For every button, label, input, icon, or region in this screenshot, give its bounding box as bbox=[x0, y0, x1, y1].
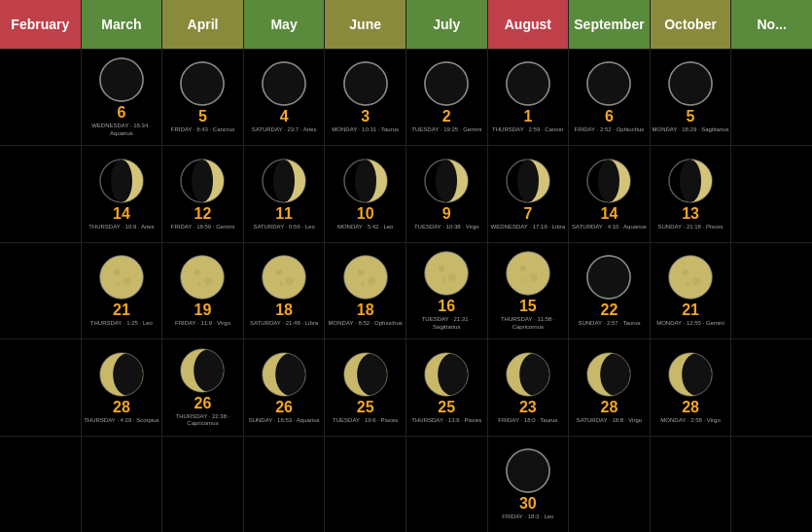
svg-point-84 bbox=[530, 273, 538, 281]
svg-point-111 bbox=[669, 256, 712, 299]
moon-cell: 19FRIDAY · 11:9 · Virgo bbox=[162, 242, 243, 338]
day-number: 25 bbox=[357, 400, 374, 415]
moon-cell: 28SATURDAY · 18:8 · Virgo bbox=[569, 338, 650, 435]
moon-cell: 4SATURDAY · 23:7 · Aries bbox=[244, 49, 325, 145]
moon-info: FRIDAY · 8:43 · Cancrus bbox=[171, 126, 234, 134]
svg-point-114 bbox=[686, 282, 689, 286]
moon-cell bbox=[731, 242, 812, 338]
moon-phase-image bbox=[342, 254, 389, 301]
day-number: 26 bbox=[275, 400, 293, 415]
moon-info: FRIDAY · 2:52 · Ophiuchus bbox=[575, 126, 645, 134]
month-col-july: July2TUESDAY · 19:25 · Gemini9TUESDAY · … bbox=[406, 0, 488, 532]
moon-cell: 21MONDAY · 12:55 · Gemini bbox=[651, 242, 731, 338]
day-number: 14 bbox=[113, 206, 130, 222]
moon-cell bbox=[82, 436, 162, 532]
month-header-no...: No... bbox=[731, 0, 812, 49]
moon-cell: 16TUESDAY · 21:31 · Sagittarius bbox=[406, 242, 487, 338]
svg-point-20 bbox=[192, 160, 213, 202]
moon-phase-image bbox=[342, 60, 389, 107]
svg-point-112 bbox=[683, 269, 688, 275]
svg-point-80 bbox=[517, 160, 539, 202]
moon-phase-image bbox=[261, 158, 307, 204]
moon-cell bbox=[325, 436, 406, 532]
moon-cell: 25TUESDAY · 19:6 · Pisces bbox=[325, 338, 406, 435]
moon-info: SATURDAY · 0:56 · Leo bbox=[253, 224, 314, 231]
month-col-april: April5FRIDAY · 8:43 · Cancrus12FRIDAY · … bbox=[162, 0, 244, 532]
moon-info: THURSDAY · 13:6 · Pisces bbox=[411, 417, 481, 425]
moon-info: TUESDAY · 10:38 · Virgo bbox=[414, 224, 479, 231]
moon-cell bbox=[731, 436, 812, 532]
svg-point-5 bbox=[111, 160, 132, 202]
moon-cell: 6FRIDAY · 2:52 · Ophiuchus bbox=[569, 49, 650, 145]
moon-cell bbox=[731, 49, 812, 145]
svg-point-70 bbox=[441, 278, 445, 282]
moon-cell: 15THURSDAY · 11:58 · Capricornus bbox=[488, 242, 569, 338]
moon-cell bbox=[731, 145, 812, 241]
moon-cell: 30FRIDAY · 18:3 · Leo bbox=[488, 436, 569, 532]
svg-point-7 bbox=[100, 256, 143, 299]
moon-calendar: FebruaryMarch6WEDNESDAY · 16:34 · Aquari… bbox=[0, 0, 812, 532]
svg-point-29 bbox=[194, 349, 225, 392]
moon-info: WEDNESDAY · 16:34 · Aquarius bbox=[83, 123, 161, 138]
svg-point-105 bbox=[669, 62, 712, 105]
svg-point-83 bbox=[520, 266, 526, 271]
moon-cell: 21THURSDAY · 1:25 · Leo bbox=[82, 242, 162, 338]
moon-info: SATURDAY · 23:7 · Aries bbox=[252, 126, 317, 134]
moon-info: FRIDAY · 18:59 · Gemini bbox=[171, 224, 234, 231]
moon-phase-image bbox=[98, 351, 145, 398]
moon-info: SUNDAY · 21:18 · Pisces bbox=[657, 224, 723, 231]
month-col-february: February bbox=[0, 0, 82, 532]
day-number: 22 bbox=[601, 302, 618, 318]
moon-info: SUNDAY · 16:53 · Aquarius bbox=[249, 417, 320, 425]
month-header-july: July bbox=[406, 0, 487, 49]
moon-cell bbox=[0, 242, 81, 338]
svg-point-118 bbox=[682, 353, 712, 396]
svg-point-25 bbox=[197, 282, 201, 286]
svg-point-55 bbox=[361, 282, 365, 286]
moon-cell: 11SATURDAY · 0:56 · Leo bbox=[244, 145, 325, 241]
moon-phase-image bbox=[98, 254, 145, 301]
moon-phase-image bbox=[342, 158, 389, 204]
moon-info: MONDAY · 10:31 · Taurus bbox=[332, 126, 399, 134]
moon-cell: 18MONDAY · 8:52 · Ophiuchus bbox=[325, 242, 406, 338]
moon-info: MONDAY · 8:52 · Ophiuchus bbox=[329, 320, 403, 328]
month-col-march: March6WEDNESDAY · 16:34 · Aquarius14THUR… bbox=[82, 0, 163, 532]
svg-point-99 bbox=[587, 256, 630, 299]
svg-point-52 bbox=[344, 256, 387, 299]
moon-cell: 3MONDAY · 10:31 · Taurus bbox=[325, 49, 406, 145]
month-col-august: August1THURSDAY · 2:59 · Cancer7WEDNESDA… bbox=[488, 0, 570, 532]
moon-info: THURSDAY · 4:29 · Scorpius bbox=[84, 417, 159, 425]
svg-point-103 bbox=[601, 353, 631, 396]
svg-point-46 bbox=[344, 62, 387, 105]
moon-cell bbox=[0, 436, 81, 532]
month-header-september: September bbox=[569, 0, 650, 49]
svg-point-1 bbox=[100, 58, 143, 101]
day-number: 25 bbox=[438, 400, 455, 415]
moon-phase-image bbox=[667, 351, 714, 398]
svg-point-40 bbox=[279, 282, 283, 286]
month-col-no...: No... bbox=[731, 0, 812, 532]
moon-cell bbox=[0, 145, 81, 241]
moon-cell: 6WEDNESDAY · 16:34 · Aquarius bbox=[82, 49, 162, 145]
day-number: 19 bbox=[194, 302, 212, 318]
svg-point-53 bbox=[358, 269, 364, 275]
svg-point-23 bbox=[194, 269, 200, 275]
moon-cell: 9TUESDAY · 10:38 · Virgo bbox=[406, 145, 487, 241]
moon-info: MONDAY · 18:29 · Sagittarius bbox=[652, 126, 728, 134]
month-col-may: May4SATURDAY · 23:7 · Aries11SATURDAY · … bbox=[244, 0, 326, 532]
day-number: 2 bbox=[442, 109, 451, 124]
month-header-may: May bbox=[244, 0, 325, 49]
day-number: 16 bbox=[438, 299, 455, 314]
moon-cell: 22SUNDAY · 2:57 · Taurus bbox=[569, 242, 650, 338]
moon-info: WEDNESDAY · 17:16 · Libra bbox=[491, 224, 565, 231]
day-number: 10 bbox=[357, 206, 374, 222]
moon-phase-image bbox=[261, 254, 307, 301]
moon-info: THURSDAY · 1:25 · Leo bbox=[90, 320, 153, 328]
moon-cell: 5MONDAY · 18:29 · Sagittarius bbox=[651, 49, 731, 145]
day-number: 11 bbox=[275, 206, 293, 222]
svg-point-39 bbox=[286, 277, 294, 285]
day-number: 26 bbox=[194, 396, 212, 411]
moon-info: TUESDAY · 19:6 · Pisces bbox=[333, 417, 398, 425]
moon-cell: 14SATURDAY · 4:10 · Aquarius bbox=[569, 145, 650, 241]
moon-phase-image bbox=[342, 351, 389, 398]
